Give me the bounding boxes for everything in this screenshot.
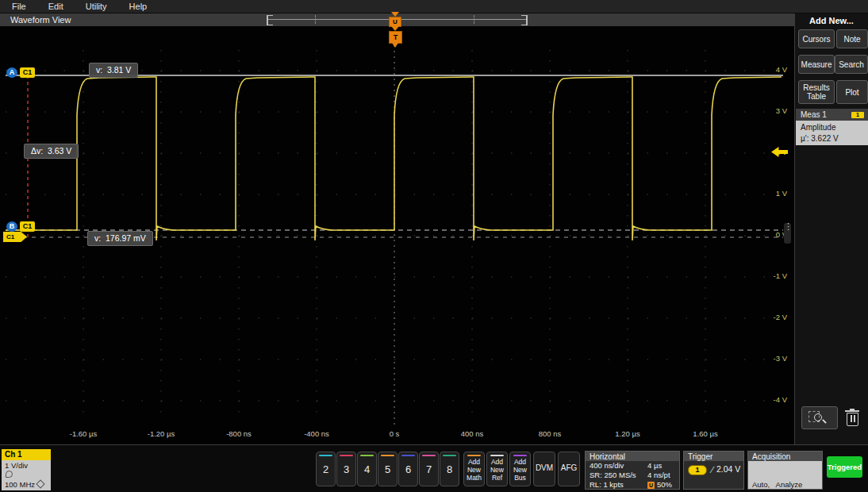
trigger-panel[interactable]: Trigger 1∕2.04 V bbox=[683, 451, 744, 490]
meas1-value: µ': 3.622 V bbox=[801, 133, 868, 144]
meas1-title: Meas 1 bbox=[801, 110, 827, 119]
cursor-b-readout: v: 176.97 mV bbox=[87, 231, 153, 246]
channel7-color-strip bbox=[422, 455, 436, 456]
cursors-button[interactable]: Cursors bbox=[798, 29, 835, 48]
overview-tick bbox=[474, 15, 474, 24]
channel3-button[interactable]: 3 bbox=[336, 452, 356, 486]
acquisition-panel[interactable]: Acquisition Auto, Analyze High Res: 15 b… bbox=[747, 451, 823, 490]
trigger-source-badge: 1 bbox=[688, 465, 707, 475]
channel1-bandwidth: 100 MHz bbox=[5, 480, 35, 489]
volt-label: 1 V bbox=[747, 189, 787, 198]
bottom-bar: Ch 1 1 V/div 100 MHz 2 3 4 5 6 7 8 AddNe… bbox=[0, 444, 868, 492]
channel4-button[interactable]: 4 bbox=[357, 452, 377, 486]
meas1-body[interactable]: Amplitude µ': 3.622 V bbox=[796, 121, 868, 145]
time-label: 0 s bbox=[367, 429, 422, 438]
channel4-color-strip bbox=[360, 455, 374, 456]
volt-label: -2 V bbox=[747, 313, 787, 321]
measure-button[interactable]: Measure bbox=[798, 55, 835, 74]
bandwidth-icon bbox=[36, 479, 44, 488]
add-new-math-button[interactable]: AddNewMath bbox=[463, 452, 485, 486]
time-label: 1.60 µs bbox=[678, 429, 733, 438]
channel6-button[interactable]: 6 bbox=[398, 452, 418, 486]
channel5-button[interactable]: 5 bbox=[378, 452, 398, 486]
acquisition-title: Acquisition bbox=[747, 451, 823, 461]
magnifier-handle-icon bbox=[822, 419, 827, 424]
waveform-view-tab[interactable]: Waveform View bbox=[10, 15, 71, 25]
cursor-a-channel-badge[interactable]: C1 bbox=[20, 67, 35, 78]
volt-label: -3 V bbox=[747, 354, 787, 363]
plot-button[interactable]: Plot bbox=[836, 80, 868, 104]
meas1-metric: Amplitude bbox=[801, 122, 868, 133]
meas1-source-badge: 1 bbox=[851, 112, 864, 118]
volt-label: 4 V bbox=[747, 65, 787, 74]
horizontal-window: 4 µs bbox=[647, 461, 672, 471]
bus-color-strip bbox=[513, 455, 527, 456]
channel7-button[interactable]: 7 bbox=[419, 452, 439, 486]
add-new-bus-button[interactable]: AddNewBus bbox=[509, 452, 531, 486]
meas1-header[interactable]: Meas 1 1 bbox=[796, 109, 868, 121]
acquisition-mode: Auto, Analyze bbox=[752, 480, 822, 490]
ref-color-strip bbox=[490, 455, 504, 456]
channel6-color-strip bbox=[401, 455, 415, 456]
time-label: -400 ns bbox=[289, 429, 344, 438]
time-label: -1.60 µs bbox=[56, 429, 111, 438]
note-button[interactable]: Note bbox=[836, 29, 868, 48]
volt-label: -4 V bbox=[747, 395, 787, 404]
channel5-color-strip bbox=[381, 455, 394, 456]
add-new-ref-button[interactable]: AddNewRef bbox=[486, 452, 508, 486]
rising-slope-icon: ∕ bbox=[707, 464, 716, 475]
menu-file[interactable]: File bbox=[0, 0, 37, 13]
channel1-scale: 1 V/div bbox=[5, 461, 51, 471]
channel1-badge[interactable]: Ch 1 1 V/div 100 MHz bbox=[2, 449, 51, 490]
time-label: 1.20 µs bbox=[600, 429, 655, 438]
channel8-button[interactable]: 8 bbox=[440, 452, 459, 486]
afg-button[interactable]: AFG bbox=[558, 452, 580, 486]
volt-label: 3 V bbox=[747, 106, 787, 115]
search-button[interactable]: Search bbox=[835, 55, 868, 74]
dvm-button[interactable]: DVM bbox=[533, 452, 555, 486]
horizontal-panel[interactable]: Horizontal 400 ns/div SR: 250 MS/s RL: 1… bbox=[585, 451, 680, 490]
volt-label: -1 V bbox=[747, 271, 787, 280]
horizontal-title: Horizontal bbox=[585, 451, 680, 461]
cursor-b-channel-badge[interactable]: C1 bbox=[20, 221, 35, 232]
trigger-title: Trigger bbox=[683, 451, 744, 461]
horizontal-position: 50% bbox=[657, 480, 672, 489]
probe-icon bbox=[6, 471, 13, 478]
time-label: 800 ns bbox=[522, 429, 578, 438]
menu-bar: File Edit Utility Help bbox=[0, 0, 868, 13]
trash-button[interactable] bbox=[844, 408, 862, 427]
time-label: 400 ns bbox=[444, 429, 500, 438]
volt-label: 0 V bbox=[747, 230, 787, 239]
channel2-color-strip bbox=[319, 455, 332, 456]
oscilloscope-screen: File Edit Utility Help Waveform View U bbox=[0, 0, 868, 492]
horizontal-resolution: 4 ns/pt bbox=[647, 471, 672, 480]
overview-left-bracket[interactable] bbox=[267, 15, 273, 25]
triggered-status-badge: Triggered bbox=[827, 456, 862, 478]
add-new-title: Add New... bbox=[795, 16, 868, 25]
right-panel: Add New... Cursors Note Measure Search R… bbox=[794, 13, 868, 444]
overview-right-bracket[interactable] bbox=[521, 15, 528, 25]
cursor-a-badge[interactable]: A bbox=[6, 67, 17, 78]
magnifier-icon bbox=[814, 413, 822, 421]
panel-drag-handle[interactable]: ⋮ bbox=[784, 223, 791, 244]
trigger-position-flag[interactable]: T bbox=[389, 31, 402, 44]
cursor-a-readout: v: 3.81 V bbox=[89, 63, 138, 78]
results-table-button[interactable]: Results Table bbox=[798, 80, 835, 104]
channel3-color-strip bbox=[340, 455, 353, 456]
channel1-name: Ch 1 bbox=[2, 449, 51, 460]
delay-icon: U bbox=[647, 482, 655, 489]
cursor-delta-readout: Δv: 3.63 V bbox=[24, 144, 79, 159]
time-label: -800 ns bbox=[211, 429, 267, 438]
zoom-mode-button[interactable] bbox=[801, 406, 838, 429]
menu-help[interactable]: Help bbox=[118, 0, 159, 13]
channel8-color-strip bbox=[443, 455, 456, 456]
channel2-button[interactable]: 2 bbox=[316, 452, 336, 486]
trigger-level: 2.04 V bbox=[716, 464, 740, 474]
menu-edit[interactable]: Edit bbox=[37, 0, 75, 13]
overview-tick bbox=[315, 15, 316, 24]
cursor-b-badge[interactable]: B bbox=[6, 221, 17, 232]
menu-utility[interactable]: Utility bbox=[75, 0, 118, 13]
math-color-strip bbox=[467, 455, 481, 456]
waveform-plot[interactable]: 4 V 3 V 2 V 1 V 0 V -1 V -2 V -3 V -4 V … bbox=[0, 26, 794, 444]
time-label: -1.20 µs bbox=[133, 429, 189, 438]
